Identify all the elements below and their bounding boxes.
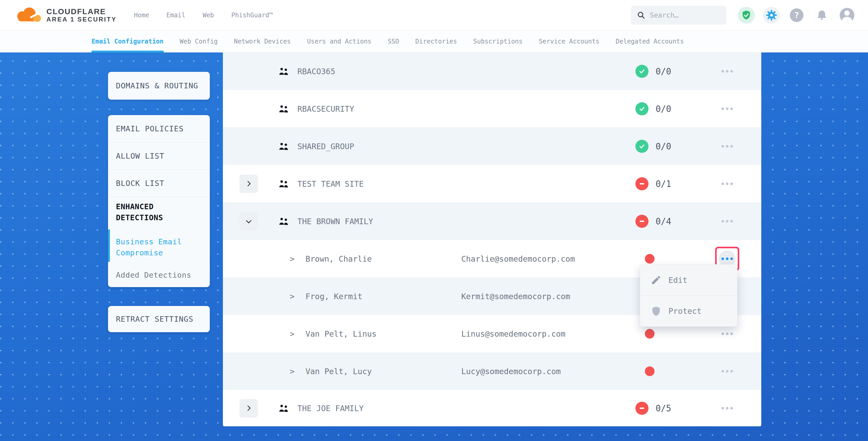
search-box[interactable] <box>631 6 726 25</box>
tab-delegated-accounts[interactable]: Delegated Accounts <box>616 30 684 53</box>
row-actions-button[interactable] <box>717 211 738 232</box>
top-bar: CLOUDFLARE AREA 1 SECURITY HomeEmailWebP… <box>0 0 868 30</box>
table-row-user: > Van Pelt, Lucy Lucy@somedemocorp.com <box>223 352 761 390</box>
row-actions-button[interactable] <box>717 61 738 82</box>
chevron-right-icon[interactable]: > <box>290 367 294 376</box>
group-icon <box>278 105 289 113</box>
context-menu-item-edit[interactable]: Edit <box>640 264 737 295</box>
expand-group-button[interactable] <box>240 175 258 193</box>
sidebar-item-enhanced-detections[interactable]: ENHANCED DETECTIONS <box>108 197 210 231</box>
primary-nav: HomeEmailWebPhishGuard™ <box>134 11 273 19</box>
minus-icon <box>639 180 645 187</box>
sidebar-card-domains-routing: DOMAINS & ROUTING <box>108 72 210 100</box>
sidebar-item-retract-settings[interactable]: RETRACT SETTINGS <box>108 306 201 333</box>
status-badge-fail <box>636 402 649 415</box>
row-actions-button[interactable] <box>717 136 738 157</box>
row-context-menu: Edit Protect <box>640 264 737 327</box>
status-badge-fail <box>636 177 649 190</box>
sidebar-item-business-email-compromise[interactable]: Business Email Compromise <box>108 231 210 263</box>
status-dot-alert <box>645 366 655 376</box>
active-item-accent <box>108 229 110 262</box>
table-row-group: THE JOE FAMILY 0/5 <box>223 390 761 426</box>
brand-title: CLOUDFLARE <box>46 7 117 16</box>
ellipsis-icon <box>721 370 733 373</box>
topnav-home[interactable]: Home <box>134 11 149 19</box>
ellipsis-icon <box>721 407 733 410</box>
status-dot-alert <box>645 329 655 339</box>
sidebar-item-added-detections[interactable]: Added Detections <box>108 263 210 287</box>
help-icon[interactable]: ? <box>788 7 805 24</box>
row-actions-button[interactable] <box>717 98 738 119</box>
group-icon <box>278 142 289 151</box>
collapse-group-button[interactable] <box>240 212 258 230</box>
context-menu-item-protect[interactable]: Protect <box>640 295 737 326</box>
tab-email-configuration[interactable]: Email Configuration <box>92 30 164 53</box>
shield-check-icon[interactable] <box>738 7 755 24</box>
pencil-icon <box>651 275 662 286</box>
row-actions-button[interactable] <box>717 173 738 194</box>
sidebar-card-retract-settings: RETRACT SETTINGS <box>108 306 210 332</box>
tab-users-and-actions[interactable]: Users and Actions <box>307 30 372 53</box>
table-row-group: RBACO365 0/0 <box>223 53 761 90</box>
sidebar-item-block-list[interactable]: BLOCK LIST <box>108 170 210 197</box>
user-name: Frog, Kermit <box>306 291 363 301</box>
minus-icon <box>639 405 645 412</box>
expand-group-button[interactable] <box>240 399 258 417</box>
chevron-right-icon[interactable]: > <box>290 254 294 263</box>
chevron-right-icon[interactable]: > <box>290 329 294 338</box>
table-row-group: THE BROWN FAMILY 0/4 <box>223 202 761 240</box>
tab-directories[interactable]: Directories <box>415 30 457 53</box>
group-name: TEST TEAM SITE <box>298 179 364 188</box>
chevron-down-icon <box>246 218 251 223</box>
bell-icon[interactable] <box>813 7 830 24</box>
user-email: Kermit@somedemocorp.com <box>461 291 570 301</box>
brand-subtitle: AREA 1 SECURITY <box>46 16 117 23</box>
group-name: RBACSECURITY <box>298 104 354 113</box>
status-dot-alert <box>645 254 655 263</box>
sidebar-item-allow-list[interactable]: ALLOW LIST <box>108 143 210 170</box>
search-input[interactable] <box>650 11 715 19</box>
tab-subscriptions[interactable]: Subscriptions <box>473 30 523 53</box>
user-email: Linus@somedemocorp.com <box>461 329 565 338</box>
user-icon[interactable] <box>839 7 856 24</box>
gear-icon[interactable] <box>763 7 780 24</box>
tab-service-accounts[interactable]: Service Accounts <box>539 30 599 53</box>
tab-web-config[interactable]: Web Config <box>180 30 218 53</box>
ellipsis-icon <box>721 145 733 148</box>
sidebar-item-domains-routing[interactable]: DOMAINS & ROUTING <box>108 72 206 99</box>
topnav-web[interactable]: Web <box>203 11 214 19</box>
status-badge-fail <box>636 215 649 228</box>
table-row-group: TEST TEAM SITE 0/1 <box>223 165 761 202</box>
sidebar-item-email-policies[interactable]: EMAIL POLICIES <box>108 115 210 143</box>
ellipsis-icon <box>721 107 733 110</box>
tab-sso[interactable]: SSO <box>388 30 399 53</box>
cloudflare-cloud-icon <box>14 6 43 25</box>
ellipsis-icon <box>721 183 733 185</box>
search-icon <box>637 11 645 19</box>
user-group-table: RBACO365 0/0 RBACSECURITY 0/0 <box>223 53 761 426</box>
topnav-phishguard[interactable]: PhishGuard™ <box>231 11 273 19</box>
chevron-right-icon[interactable]: > <box>290 291 294 301</box>
check-icon <box>639 143 645 150</box>
group-name: SHARED_GROUP <box>298 141 354 151</box>
group-name: THE JOE FAMILY <box>298 404 364 413</box>
row-actions-button[interactable] <box>717 361 738 382</box>
status-badge-pass <box>636 102 649 115</box>
ellipsis-icon <box>721 220 733 223</box>
shield-icon <box>651 306 662 317</box>
tab-network-devices[interactable]: Network Devices <box>234 30 291 53</box>
topnav-email[interactable]: Email <box>166 11 185 19</box>
status-badge-pass <box>636 140 649 153</box>
row-actions-button[interactable] <box>717 398 738 419</box>
protection-count: 0/0 <box>656 103 671 114</box>
user-name: Brown, Charlie <box>306 254 372 263</box>
chevron-right-icon <box>245 181 251 186</box>
context-menu-label: Protect <box>669 307 702 316</box>
group-name: THE BROWN FAMILY <box>298 217 373 226</box>
table-row-group: RBACSECURITY 0/0 <box>223 90 761 127</box>
ellipsis-icon <box>721 257 733 260</box>
cloudflare-logo: CLOUDFLARE AREA 1 SECURITY <box>14 6 117 25</box>
protection-count: 0/1 <box>656 179 671 189</box>
chevron-right-icon <box>245 405 251 411</box>
protection-count: 0/4 <box>656 216 671 226</box>
